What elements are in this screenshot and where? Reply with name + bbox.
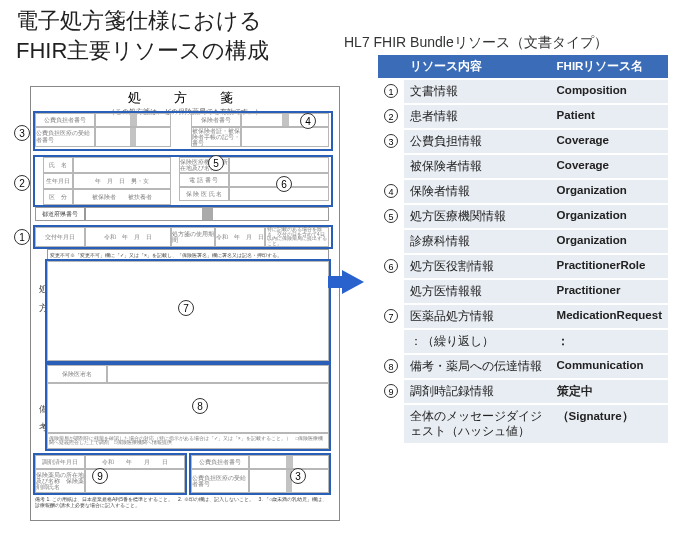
table-row-label: 全体のメッセージダイジェスト（ハッシュ値） [404, 404, 551, 444]
num-4: 4 [300, 113, 316, 129]
table-row-label: 医薬品処方情報 [404, 304, 551, 329]
table-row-label: 処方医情報報 [404, 279, 551, 304]
num-6: 6 [276, 176, 292, 192]
fhir-resource-table: リソース内容 FHIRリソース名 1文書情報Composition2患者情報Pa… [378, 55, 668, 445]
main-title: 電子処方箋仕様における FHIR主要リソースの構成 [16, 6, 269, 65]
num-3b: 3 [290, 468, 306, 484]
table-row-label: 備考・薬局への伝達情報 [404, 354, 551, 379]
num-1: 1 [14, 229, 30, 245]
sec-3-4 [33, 111, 333, 151]
num-9: 9 [92, 468, 108, 484]
form-footer: 備考 1. この用紙は、日本産業規格A列5番を標準とすること。 2. ※印の欄は… [35, 497, 331, 508]
num-5: 5 [208, 155, 224, 171]
num-8: 8 [192, 398, 208, 414]
cells-dept [85, 207, 329, 221]
table-row-resource: Communication [551, 354, 668, 379]
table-row-resource: Practitioner [551, 279, 668, 304]
table-row-resource: Organization [551, 229, 668, 254]
sec-1 [33, 225, 333, 249]
arrow-icon [342, 270, 364, 294]
table-row-resource: Patient [551, 104, 668, 129]
table-row-resource: PractitionerRole [551, 254, 668, 279]
table-row-label: ：（繰り返し） [404, 329, 551, 354]
num-3: 3 [14, 125, 30, 141]
table-row-label: 診療科情報 [404, 229, 551, 254]
table-row-resource: Organization [551, 204, 668, 229]
num-2: 2 [14, 175, 30, 191]
sec-9 [33, 453, 187, 495]
table-row-resource: MedicationRequest [551, 304, 668, 329]
table-row-label: 処方医役割情報 [404, 254, 551, 279]
table-row-resource: Composition [551, 79, 668, 104]
table-row-resource: Coverage [551, 154, 668, 179]
field-dept: 都道府県番号 [35, 207, 85, 221]
table-row-resource: Coverage [551, 129, 668, 154]
sec-3b [189, 453, 331, 495]
table-row-resource: 策定中 [551, 379, 668, 404]
table-row-label: 調剤時記録情報 [404, 379, 551, 404]
form-title: 処 方 箋 [31, 87, 339, 107]
table-row-resource: （Signature） [551, 404, 668, 444]
table-row-resource: Organization [551, 179, 668, 204]
sec-8 [45, 363, 331, 451]
col-header-resource: FHIRリソース名 [551, 55, 668, 79]
bundle-subtitle: HL7 FHIR Bundleリソース（文書タイプ） [344, 34, 608, 52]
table-row-label: 処方医療機関情報 [404, 204, 551, 229]
table-row-resource: ： [551, 329, 668, 354]
table-row-label: 文書情報 [404, 79, 551, 104]
table-row-label: 被保険者情報 [404, 154, 551, 179]
table-row-label: 患者情報 [404, 104, 551, 129]
table-row-label: 公費負担情報 [404, 129, 551, 154]
table-row-label: 保険者情報 [404, 179, 551, 204]
col-header-content: リソース内容 [404, 55, 551, 79]
num-7: 7 [178, 300, 194, 316]
